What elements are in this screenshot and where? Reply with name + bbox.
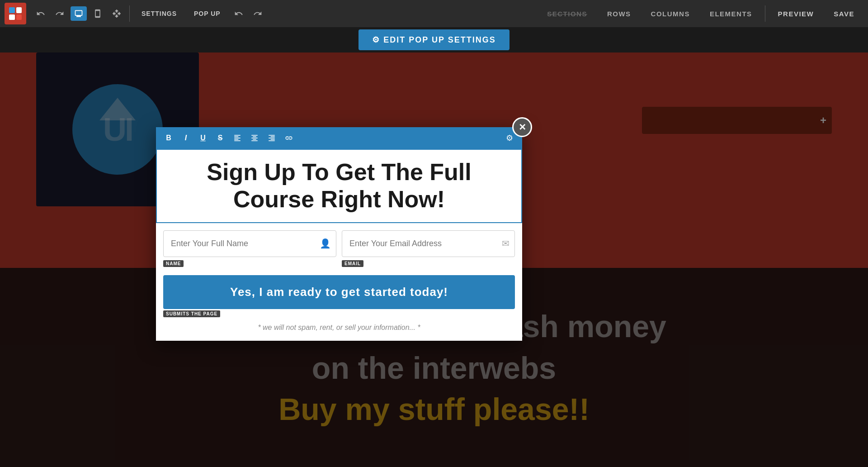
name-field-wrapper: 👤 NAME [163, 230, 336, 257]
name-label: NAME [163, 260, 184, 267]
rows-button[interactable]: ROWS [598, 7, 640, 20]
email-icon: ✉ [502, 238, 509, 249]
modal-heading-text: Sign Up To Get The Full Course Right Now… [164, 159, 514, 213]
email-label: EMAIL [342, 260, 363, 267]
redo-button[interactable] [52, 6, 68, 21]
modal-submit-area: Yes, I am ready to get started today! SU… [156, 275, 522, 313]
toolbar-separator [129, 5, 130, 22]
italic-button[interactable]: I [179, 131, 193, 145]
edit-popup-settings-button[interactable]: ⚙ EDIT POP UP SETTINGS [359, 29, 509, 50]
text-editor-toolbar: B I U S ⚙ [156, 127, 522, 149]
redo-icon-button[interactable] [250, 6, 266, 21]
modal-popup: ✕ B I U S ⚙ Sign Up To Get The Full Cour… [156, 127, 522, 341]
submit-button[interactable]: Yes, I am ready to get started today! [163, 275, 515, 309]
save-button[interactable]: SAVE [825, 7, 863, 20]
preview-button[interactable]: PREVIEW [769, 7, 823, 20]
logo-cell [16, 14, 22, 20]
email-field-wrapper: ✉ EMAIL [342, 230, 515, 257]
align-right-button[interactable] [264, 131, 279, 145]
modal-form-area: 👤 NAME ✉ EMAIL [156, 223, 522, 264]
name-input[interactable] [163, 230, 336, 257]
toolbar-sep-right [765, 5, 765, 22]
main-content-area: UI + Learn how to make cash money on the… [0, 52, 868, 467]
undo-button[interactable] [33, 6, 49, 21]
main-toolbar: SETTINGS POP UP SECTIONS ROWS COLUMNS EL… [0, 0, 868, 27]
mobile-view-button[interactable] [90, 6, 106, 21]
toolbar-right: SECTIONS ROWS COLUMNS ELEMENTS PREVIEW S… [538, 5, 863, 22]
align-left-button[interactable] [230, 131, 245, 145]
edit-popup-bar: ⚙ EDIT POP UP SETTINGS [0, 27, 868, 52]
logo-cell [9, 7, 15, 13]
modal-heading-area[interactable]: Sign Up To Get The Full Course Right Now… [156, 149, 522, 223]
submits-label: SUBMITS THE PAGE [163, 310, 220, 317]
align-center-button[interactable] [247, 131, 262, 145]
logo-cell [16, 7, 22, 13]
underline-button[interactable]: U [196, 131, 210, 145]
transform-button[interactable] [108, 6, 125, 21]
modal-close-button[interactable]: ✕ [512, 117, 532, 137]
columns-button[interactable]: COLUMNS [642, 7, 699, 20]
popup-button[interactable]: POP UP [187, 7, 228, 20]
strikethrough-button[interactable]: S [213, 131, 227, 145]
undo-icon-button[interactable] [231, 6, 247, 21]
disclaimer-text: * we will not spam, rent, or sell your i… [258, 324, 420, 331]
person-icon: 👤 [320, 238, 331, 249]
sections-button[interactable]: SECTIONS [538, 7, 596, 20]
link-button[interactable] [282, 131, 296, 145]
bold-button[interactable]: B [161, 131, 176, 145]
settings-button[interactable]: SETTINGS [134, 7, 184, 20]
elements-button[interactable]: ELEMENTS [701, 7, 761, 20]
email-input[interactable] [342, 230, 515, 257]
logo[interactable] [5, 3, 26, 24]
logo-cell [9, 14, 15, 20]
desktop-view-button[interactable] [71, 6, 87, 21]
